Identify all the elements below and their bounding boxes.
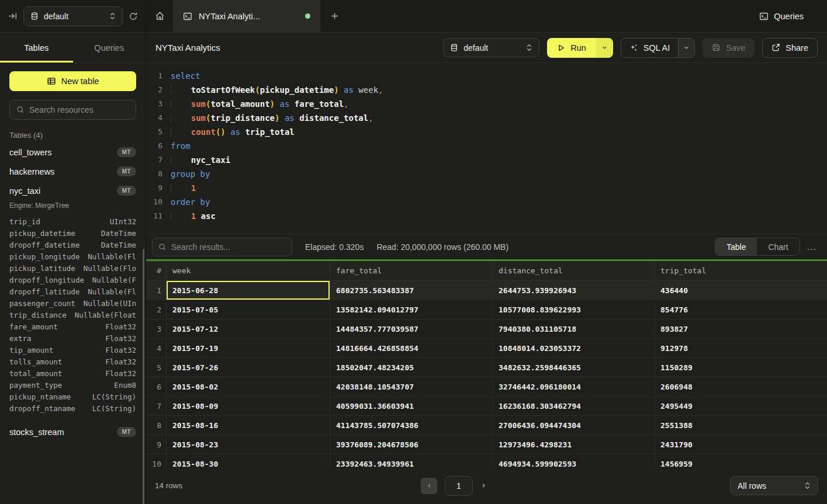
cell-trip_total-row6[interactable]: 2606948	[655, 377, 827, 397]
query-database-selector[interactable]: default	[443, 38, 539, 57]
column-type: Float32	[105, 357, 136, 366]
table-item-stocks_stream[interactable]: stocks_streamMT	[0, 422, 146, 442]
cell-trip_total-row5[interactable]: 1150289	[655, 358, 827, 377]
cell-week-row1[interactable]: 2015-06-28	[167, 281, 330, 300]
cell-fare_total-row1[interactable]: 6802735.563483387	[330, 281, 493, 300]
cell-week-row9[interactable]: 2015-08-23	[167, 435, 330, 454]
run-label: Run	[570, 43, 586, 53]
cell-distance_total-row10[interactable]: 4694934.599902593	[493, 454, 655, 467]
page-number[interactable]: 1	[445, 476, 473, 496]
share-button[interactable]: Share	[762, 38, 818, 58]
table-item-hackernews[interactable]: hackernewsMT	[0, 162, 146, 181]
cell-distance_total-row5[interactable]: 3482632.2598446365	[493, 358, 655, 377]
results-search-input[interactable]	[171, 242, 286, 252]
column-header-week[interactable]: week	[167, 261, 330, 281]
new-tab-button[interactable]	[320, 0, 348, 32]
cell-trip_total-row2[interactable]: 854776	[655, 300, 827, 319]
read-stat: Read: 20,000,000 rows (260.00 MB)	[376, 242, 508, 252]
cell-distance_total-row6[interactable]: 32746442.096180014	[493, 377, 655, 397]
prev-page-button[interactable]	[421, 478, 437, 494]
results-toolbar: Elapsed: 0.320s Read: 20,000,000 rows (2…	[146, 234, 827, 259]
cell-fare_total-row9[interactable]: 39376089.204678506	[330, 435, 493, 454]
cell-week-row10[interactable]: 2015-08-30	[167, 454, 330, 467]
unsaved-dot-icon	[305, 13, 310, 19]
database-selector-value: default	[44, 12, 68, 21]
cell-distance_total-row3[interactable]: 7940380.031105718	[493, 319, 655, 339]
cell-fare_total-row4[interactable]: 14816664.426858854	[330, 339, 493, 358]
cell-week-row2[interactable]: 2015-07-05	[167, 300, 330, 319]
query-title: NYTaxi Analytics	[155, 43, 220, 53]
home-button[interactable]	[146, 0, 173, 32]
table-item-cell_towers[interactable]: cell_towersMT	[0, 142, 146, 162]
row-index: 10	[146, 454, 167, 467]
cell-trip_total-row7[interactable]: 2495449	[655, 397, 827, 416]
cell-trip_total-row1[interactable]: 436440	[655, 281, 827, 300]
cell-fare_total-row2[interactable]: 13582142.094012797	[330, 300, 493, 319]
sidebar-tab-tables[interactable]: Tables	[0, 33, 73, 62]
cell-trip_total-row3[interactable]: 893827	[655, 319, 827, 339]
search-icon	[158, 243, 167, 251]
sql-ai-options-button[interactable]	[678, 39, 694, 57]
run-button[interactable]: Run	[547, 38, 596, 58]
collapse-sidebar-icon[interactable]	[8, 11, 18, 21]
row-index: 3	[146, 319, 167, 339]
column-name: dropoff_longitude	[9, 276, 84, 284]
cell-distance_total-row2[interactable]: 10577008.839622993	[493, 300, 655, 319]
sidebar-tab-queries[interactable]: Queries	[73, 33, 146, 62]
line-number: 8	[146, 167, 162, 181]
row-index: 6	[146, 377, 167, 397]
cell-fare_total-row3[interactable]: 14484357.777039587	[330, 319, 493, 339]
cell-fare_total-row6[interactable]: 42038148.10543707	[330, 377, 493, 397]
cell-distance_total-row4[interactable]: 10848014.023053372	[493, 339, 655, 358]
cell-week-row6[interactable]: 2015-08-02	[167, 377, 330, 397]
table-name: cell_towers	[9, 148, 52, 157]
sparkles-icon	[629, 43, 638, 52]
sidebar-scrollbar[interactable]	[143, 249, 144, 504]
share-label: Share	[786, 43, 808, 53]
terminal-icon	[183, 12, 192, 21]
new-table-button[interactable]: New table	[9, 71, 136, 91]
cell-week-row5[interactable]: 2015-07-26	[167, 358, 330, 377]
cell-fare_total-row8[interactable]: 41143785.507074386	[330, 416, 493, 435]
database-selector[interactable]: default	[23, 6, 123, 26]
more-options-button[interactable]: ...	[806, 242, 818, 252]
cell-week-row3[interactable]: 2015-07-12	[167, 319, 330, 339]
queries-button[interactable]: Queries	[759, 0, 827, 32]
page-size-select[interactable]: All rows	[730, 476, 818, 495]
run-options-button[interactable]	[596, 38, 613, 58]
table-item-nyc_taxi[interactable]: nyc_taxiMT	[0, 181, 146, 200]
cell-week-row4[interactable]: 2015-07-19	[167, 339, 330, 358]
sql-editor[interactable]: 1select2 toStartOfWeek(pickup_datetime) …	[146, 63, 827, 234]
column-row-pickup_ntaname: pickup_ntanameLC(String)	[9, 391, 136, 402]
view-tab-table[interactable]: Table	[715, 238, 757, 255]
cell-trip_total-row4[interactable]: 912978	[655, 339, 827, 358]
cell-fare_total-row7[interactable]: 40599031.36603941	[330, 397, 493, 416]
cell-fare_total-row5[interactable]: 18502047.48234205	[330, 358, 493, 377]
next-page-button[interactable]	[480, 482, 487, 489]
cell-trip_total-row10[interactable]: 1456959	[655, 454, 827, 467]
column-name: pickup_longitude	[9, 252, 79, 261]
cell-distance_total-row9[interactable]: 12973496.4298231	[493, 435, 655, 454]
column-header-distance_total[interactable]: distance_total	[493, 261, 655, 281]
cell-fare_total-row10[interactable]: 23392463.94939961	[330, 454, 493, 467]
view-tab-chart[interactable]: Chart	[757, 238, 799, 255]
column-header-trip_total[interactable]: trip_total	[655, 261, 827, 281]
sidebar-search[interactable]	[9, 100, 136, 120]
cell-distance_total-row7[interactable]: 16236168.303462794	[493, 397, 655, 416]
cell-week-row7[interactable]: 2015-08-09	[167, 397, 330, 416]
line-number: 6	[146, 139, 162, 153]
sql-ai-button[interactable]: SQL AI	[621, 39, 678, 57]
sidebar-search-input[interactable]	[29, 105, 129, 114]
tab-nytaxi-analytics[interactable]: NYTaxi Analyti...	[173, 0, 320, 32]
results-search[interactable]	[152, 238, 292, 256]
cell-trip_total-row8[interactable]: 2551388	[655, 416, 827, 435]
save-button[interactable]: Save	[703, 38, 755, 58]
line-code: from	[162, 139, 191, 153]
cell-distance_total-row1[interactable]: 2644753.939926943	[493, 281, 655, 300]
column-header-fare_total[interactable]: fare_total	[330, 261, 493, 281]
cell-distance_total-row8[interactable]: 27006436.094474304	[493, 416, 655, 435]
cell-week-row8[interactable]: 2015-08-16	[167, 416, 330, 435]
code-line-1: 1select	[146, 69, 827, 83]
cell-trip_total-row9[interactable]: 2431790	[655, 435, 827, 454]
refresh-icon[interactable]	[129, 12, 138, 21]
